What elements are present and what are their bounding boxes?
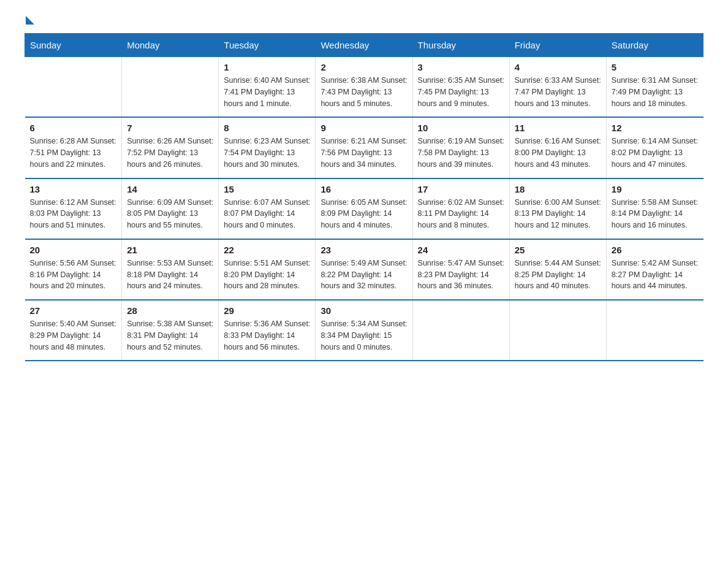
calendar-cell: 6Sunrise: 6:28 AM Sunset: 7:51 PM Daylig… bbox=[25, 117, 122, 178]
day-info: Sunrise: 6:28 AM Sunset: 7:51 PM Dayligh… bbox=[30, 136, 117, 170]
day-info: Sunrise: 5:38 AM Sunset: 8:31 PM Dayligh… bbox=[127, 318, 213, 353]
calendar-cell: 9Sunrise: 6:21 AM Sunset: 7:56 PM Daylig… bbox=[316, 117, 412, 178]
day-number: 19 bbox=[612, 184, 699, 194]
calendar-cell bbox=[122, 57, 219, 118]
calendar-cell: 15Sunrise: 6:07 AM Sunset: 8:07 PM Dayli… bbox=[219, 178, 316, 239]
day-info: Sunrise: 6:26 AM Sunset: 7:52 PM Dayligh… bbox=[127, 136, 213, 170]
day-info: Sunrise: 5:53 AM Sunset: 8:18 PM Dayligh… bbox=[127, 258, 213, 292]
calendar-cell: 21Sunrise: 5:53 AM Sunset: 8:18 PM Dayli… bbox=[122, 239, 219, 300]
header-saturday: Saturday bbox=[606, 34, 703, 57]
calendar-cell: 14Sunrise: 6:09 AM Sunset: 8:05 PM Dayli… bbox=[122, 178, 219, 239]
calendar-cell: 23Sunrise: 5:49 AM Sunset: 8:22 PM Dayli… bbox=[316, 239, 412, 300]
day-info: Sunrise: 6:05 AM Sunset: 8:09 PM Dayligh… bbox=[320, 197, 407, 231]
calendar-cell: 5Sunrise: 6:31 AM Sunset: 7:49 PM Daylig… bbox=[606, 57, 703, 118]
day-info: Sunrise: 5:49 AM Sunset: 8:22 PM Dayligh… bbox=[320, 258, 407, 292]
day-number: 7 bbox=[127, 123, 213, 133]
week-row-5: 27Sunrise: 5:40 AM Sunset: 8:29 PM Dayli… bbox=[25, 300, 703, 361]
day-info: Sunrise: 5:42 AM Sunset: 8:27 PM Dayligh… bbox=[612, 258, 699, 292]
calendar-cell: 2Sunrise: 6:38 AM Sunset: 7:43 PM Daylig… bbox=[316, 57, 412, 118]
day-number: 26 bbox=[612, 245, 699, 255]
day-info: Sunrise: 6:09 AM Sunset: 8:05 PM Dayligh… bbox=[127, 197, 213, 231]
day-number: 5 bbox=[612, 62, 699, 72]
header-thursday: Thursday bbox=[412, 34, 509, 57]
calendar-cell: 8Sunrise: 6:23 AM Sunset: 7:54 PM Daylig… bbox=[219, 117, 316, 178]
day-info: Sunrise: 6:40 AM Sunset: 7:41 PM Dayligh… bbox=[224, 75, 310, 109]
calendar-cell: 3Sunrise: 6:35 AM Sunset: 7:45 PM Daylig… bbox=[412, 57, 509, 118]
calendar-cell: 7Sunrise: 6:26 AM Sunset: 7:52 PM Daylig… bbox=[122, 117, 219, 178]
day-info: Sunrise: 6:38 AM Sunset: 7:43 PM Dayligh… bbox=[320, 75, 407, 109]
day-number: 22 bbox=[224, 245, 310, 255]
day-info: Sunrise: 6:31 AM Sunset: 7:49 PM Dayligh… bbox=[612, 75, 699, 109]
calendar-cell: 10Sunrise: 6:19 AM Sunset: 7:58 PM Dayli… bbox=[412, 117, 509, 178]
day-number: 4 bbox=[515, 62, 601, 72]
day-number: 14 bbox=[127, 184, 213, 194]
day-info: Sunrise: 6:35 AM Sunset: 7:45 PM Dayligh… bbox=[418, 75, 504, 109]
calendar-cell: 25Sunrise: 5:44 AM Sunset: 8:25 PM Dayli… bbox=[509, 239, 606, 300]
header-tuesday: Tuesday bbox=[219, 34, 316, 57]
day-info: Sunrise: 5:40 AM Sunset: 8:29 PM Dayligh… bbox=[30, 318, 117, 353]
day-info: Sunrise: 6:02 AM Sunset: 8:11 PM Dayligh… bbox=[418, 197, 504, 231]
page-header bbox=[25, 18, 703, 21]
calendar-cell bbox=[25, 57, 122, 118]
day-number: 27 bbox=[30, 305, 117, 316]
calendar-table: SundayMondayTuesdayWednesdayThursdayFrid… bbox=[25, 33, 703, 361]
day-number: 20 bbox=[30, 245, 117, 255]
calendar-body: 1Sunrise: 6:40 AM Sunset: 7:41 PM Daylig… bbox=[25, 57, 703, 361]
day-info: Sunrise: 6:16 AM Sunset: 8:00 PM Dayligh… bbox=[515, 136, 601, 170]
day-number: 15 bbox=[224, 184, 310, 194]
header-monday: Monday bbox=[122, 34, 219, 57]
days-of-week-row: SundayMondayTuesdayWednesdayThursdayFrid… bbox=[25, 34, 703, 57]
calendar-cell: 12Sunrise: 6:14 AM Sunset: 8:02 PM Dayli… bbox=[606, 117, 703, 178]
day-info: Sunrise: 6:21 AM Sunset: 7:56 PM Dayligh… bbox=[320, 136, 407, 170]
day-info: Sunrise: 6:33 AM Sunset: 7:47 PM Dayligh… bbox=[515, 75, 601, 109]
calendar-cell: 24Sunrise: 5:47 AM Sunset: 8:23 PM Dayli… bbox=[412, 239, 509, 300]
calendar-cell: 18Sunrise: 6:00 AM Sunset: 8:13 PM Dayli… bbox=[509, 178, 606, 239]
day-number: 10 bbox=[418, 123, 504, 133]
calendar-cell bbox=[606, 300, 703, 361]
day-number: 24 bbox=[418, 245, 504, 255]
header-friday: Friday bbox=[509, 34, 606, 57]
day-info: Sunrise: 6:00 AM Sunset: 8:13 PM Dayligh… bbox=[515, 197, 601, 231]
day-number: 21 bbox=[127, 245, 213, 255]
day-number: 30 bbox=[320, 305, 407, 316]
day-info: Sunrise: 5:36 AM Sunset: 8:33 PM Dayligh… bbox=[224, 318, 310, 353]
day-number: 3 bbox=[418, 62, 504, 72]
calendar-cell: 28Sunrise: 5:38 AM Sunset: 8:31 PM Dayli… bbox=[122, 300, 219, 361]
calendar-header: SundayMondayTuesdayWednesdayThursdayFrid… bbox=[25, 34, 703, 57]
day-info: Sunrise: 5:44 AM Sunset: 8:25 PM Dayligh… bbox=[515, 258, 601, 292]
day-number: 28 bbox=[127, 305, 213, 316]
day-number: 13 bbox=[30, 184, 117, 194]
day-number: 16 bbox=[320, 184, 407, 194]
day-info: Sunrise: 6:19 AM Sunset: 7:58 PM Dayligh… bbox=[418, 136, 504, 170]
week-row-1: 1Sunrise: 6:40 AM Sunset: 7:41 PM Daylig… bbox=[25, 57, 703, 118]
day-info: Sunrise: 5:47 AM Sunset: 8:23 PM Dayligh… bbox=[418, 258, 504, 292]
calendar-cell: 19Sunrise: 5:58 AM Sunset: 8:14 PM Dayli… bbox=[606, 178, 703, 239]
day-info: Sunrise: 6:14 AM Sunset: 8:02 PM Dayligh… bbox=[612, 136, 699, 170]
day-number: 17 bbox=[418, 184, 504, 194]
calendar-cell: 17Sunrise: 6:02 AM Sunset: 8:11 PM Dayli… bbox=[412, 178, 509, 239]
day-number: 23 bbox=[320, 245, 407, 255]
day-info: Sunrise: 6:23 AM Sunset: 7:54 PM Dayligh… bbox=[224, 136, 310, 170]
day-number: 29 bbox=[224, 305, 310, 316]
day-number: 25 bbox=[515, 245, 601, 255]
calendar-cell bbox=[412, 300, 509, 361]
day-number: 8 bbox=[224, 123, 310, 133]
calendar-cell: 13Sunrise: 6:12 AM Sunset: 8:03 PM Dayli… bbox=[25, 178, 122, 239]
calendar-cell: 1Sunrise: 6:40 AM Sunset: 7:41 PM Daylig… bbox=[219, 57, 316, 118]
header-sunday: Sunday bbox=[25, 34, 122, 57]
day-info: Sunrise: 5:34 AM Sunset: 8:34 PM Dayligh… bbox=[320, 318, 407, 353]
day-number: 12 bbox=[612, 123, 699, 133]
week-row-4: 20Sunrise: 5:56 AM Sunset: 8:16 PM Dayli… bbox=[25, 239, 703, 300]
day-number: 9 bbox=[320, 123, 407, 133]
day-number: 6 bbox=[30, 123, 117, 133]
logo-triangle-icon bbox=[26, 16, 34, 25]
day-number: 1 bbox=[224, 62, 310, 72]
calendar-cell: 4Sunrise: 6:33 AM Sunset: 7:47 PM Daylig… bbox=[509, 57, 606, 118]
day-number: 11 bbox=[515, 123, 601, 133]
day-info: Sunrise: 6:12 AM Sunset: 8:03 PM Dayligh… bbox=[30, 197, 117, 231]
calendar-cell: 22Sunrise: 5:51 AM Sunset: 8:20 PM Dayli… bbox=[219, 239, 316, 300]
calendar-cell: 29Sunrise: 5:36 AM Sunset: 8:33 PM Dayli… bbox=[219, 300, 316, 361]
header-wednesday: Wednesday bbox=[316, 34, 412, 57]
week-row-3: 13Sunrise: 6:12 AM Sunset: 8:03 PM Dayli… bbox=[25, 178, 703, 239]
day-number: 18 bbox=[515, 184, 601, 194]
